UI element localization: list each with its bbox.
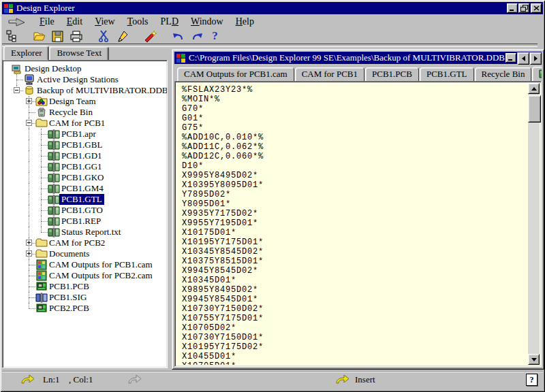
menu-file[interactable]: File	[33, 16, 61, 28]
menu-arrow-icon[interactable]	[7, 17, 27, 27]
expand-icon[interactable]	[26, 250, 32, 257]
tree-item-label: CAM for PCB1	[47, 118, 107, 129]
help-button[interactable]: ?	[206, 29, 224, 44]
desktop-icon	[11, 63, 23, 74]
doc-tab-cam-for-pcb1[interactable]: CAM for PCB1	[295, 67, 364, 81]
text-line: %MOIN*%	[182, 95, 528, 104]
explorer-panel-toggle-button[interactable]	[2, 29, 20, 44]
text-line: X9945Y8545D01*	[182, 295, 528, 304]
cut-button[interactable]	[95, 29, 113, 44]
tree-item-pcb1-gd1[interactable]: PCB1.GD1	[5, 150, 167, 161]
tree-item-pcb1-rep[interactable]: PCB1.REP	[5, 216, 167, 227]
save-document-button[interactable]	[48, 29, 67, 44]
tab-scroll-right-button[interactable]	[530, 52, 542, 65]
menu-tools[interactable]: Tools	[121, 16, 155, 28]
panel-tab-browse-text[interactable]: Browse Text	[49, 46, 109, 60]
text-line: X9995Y8495D02*	[182, 171, 528, 180]
tree-item-pcb1-gbl[interactable]: PCB1.GBL	[5, 140, 167, 150]
tree-item-pcb1-gg1[interactable]: PCB1.GG1	[5, 161, 167, 172]
scroll-down-button[interactable]	[528, 354, 540, 365]
doc-tab-label: CAM for PCB1	[302, 69, 358, 79]
text-line: X9945Y8545D02*	[182, 266, 528, 276]
tree-item-label: PCB2.PCB	[47, 303, 91, 314]
text-editor[interactable]: %FSLAX23Y23*%%MOIN*%G70*G01*G75*%ADD10C,…	[176, 83, 528, 365]
expand-icon[interactable]	[26, 98, 32, 104]
tree-item-status-report-txt[interactable]: Status Report.txt	[5, 227, 167, 238]
doc-tab-pcb1-gtl[interactable]: PCB1.GTL	[420, 67, 474, 81]
doc-minimize-button[interactable]	[505, 53, 516, 63]
edit-pencil-button[interactable]	[113, 29, 131, 44]
collapse-icon[interactable]	[26, 120, 32, 126]
vertical-scrollbar[interactable]	[528, 83, 540, 365]
status-bar: Ln:1 , Col:1 Insert ?	[2, 371, 543, 388]
tree-item-pcb1-apr[interactable]: PCB1.apr	[5, 129, 167, 140]
panel-tab-explorer[interactable]: Explorer	[3, 46, 49, 61]
tree-item-label: PCB1.GD1	[59, 150, 104, 161]
tree-item-label: Status Report.txt	[59, 227, 123, 238]
document-tab-row: CAM Outputs for PCB1.camCAM for PCB1PCB1…	[174, 65, 542, 81]
minimize-button[interactable]	[507, 3, 518, 13]
tree-item-pcb1-gm4[interactable]: PCB1.GM4	[5, 183, 167, 194]
tree-item-label: PCB1.GTL	[59, 194, 104, 205]
menu-pld[interactable]: PLD	[155, 16, 185, 28]
tree-item-design-team[interactable]: Design Team	[5, 96, 167, 107]
text-line: X10755Y7175D01*	[182, 314, 528, 323]
tree-item-cam-for-pcb2[interactable]: CAM for PCB2	[5, 238, 167, 248]
undo-button[interactable]	[169, 29, 187, 44]
camout-icon	[35, 259, 48, 270]
doc-tab-pcb1-gtl-active[interactable]: PCB1.GTL	[532, 67, 542, 81]
menu-help[interactable]: Help	[230, 16, 260, 28]
tree-item-pcb2-pcb[interactable]: PCB2.PCB	[5, 303, 167, 314]
tree-item-design-desktop[interactable]: Design Desktop	[5, 63, 167, 74]
menu-bar: FileEditViewToolsPLDWindowHelp	[2, 15, 543, 28]
tree-item-cam-outputs-for-pcb1-cam[interactable]: CAM Outputs for PCB1.cam	[5, 259, 167, 270]
expand-icon[interactable]	[26, 240, 32, 246]
tree-item-documents[interactable]: Documents	[5, 248, 167, 259]
text-line: Y7895D02*	[182, 190, 528, 199]
camdoc-icon	[48, 172, 60, 183]
tab-scroll-left-button[interactable]	[518, 52, 529, 65]
camdoc-icon	[48, 150, 60, 161]
open-document-button[interactable]	[30, 29, 48, 44]
folder-icon	[35, 238, 48, 248]
edit-pencil-icon	[116, 30, 129, 42]
tree-item-pcb1-sig[interactable]: PCB1.SIG	[5, 292, 167, 303]
text-line: X10705D02*	[182, 323, 528, 333]
restore-button[interactable]	[518, 3, 529, 13]
line-indicator: Ln:1	[43, 374, 60, 385]
tree-item-active-design-stations[interactable]: Active Design Stations	[5, 74, 167, 85]
insert-mode-indicator: Insert	[355, 374, 375, 385]
wizard-wand-button[interactable]	[141, 29, 159, 44]
doc-tab-label: Recycle Bin	[482, 69, 525, 79]
tree-item-pcb1-gtl[interactable]: PCB1.GTL	[5, 194, 167, 205]
close-button[interactable]	[531, 3, 542, 13]
insert-mode-icon[interactable]	[334, 374, 351, 385]
tree-item-label: Active Design Stations	[35, 74, 121, 85]
scroll-up-button[interactable]	[528, 83, 540, 94]
redo-button[interactable]	[187, 29, 206, 44]
menu-window[interactable]: Window	[185, 16, 230, 28]
status-help-button[interactable]: ?	[526, 374, 538, 386]
tree-item-label: PCB1.GBL	[59, 140, 104, 150]
doc-tab-pcb1-pcb[interactable]: PCB1.PCB	[365, 67, 419, 81]
tree-item-recycle-bin[interactable]: Recycle Bin	[5, 107, 167, 118]
print-button[interactable]	[67, 29, 85, 44]
collapse-icon[interactable]	[14, 87, 20, 93]
tree-item-cam-for-pcb1[interactable]: CAM for PCB1	[5, 118, 167, 129]
tree-item-cam-outputs-for-pcb2-cam[interactable]: CAM Outputs for PCB2.cam	[5, 270, 167, 281]
jump2-icon[interactable]	[127, 374, 143, 385]
tree-item-pcb1-gto[interactable]: PCB1.GTO	[5, 205, 167, 216]
print-icon	[69, 31, 83, 42]
menu-edit[interactable]: Edit	[61, 16, 89, 28]
tree-item-pcb1-gko[interactable]: PCB1.GKO	[5, 172, 167, 183]
tree-item-pcb1-pcb[interactable]: PCB1.PCB	[5, 281, 167, 292]
menu-view[interactable]: View	[89, 16, 121, 28]
document-logo-icon	[176, 53, 186, 63]
jump1-icon[interactable]	[20, 374, 36, 385]
doc-tab-recycle-bin[interactable]: Recycle Bin	[475, 67, 532, 81]
text-line: X10345D01*	[182, 276, 528, 285]
doc-tab-cam-outputs-for-pcb1-cam[interactable]: CAM Outputs for PCB1.cam	[177, 67, 294, 81]
tree-item-backup-of-multivibrator-ddb[interactable]: Backup of MULTIVIBRATOR.DDB	[5, 85, 167, 96]
redo-icon	[190, 31, 204, 42]
scrollbar-thumb[interactable]	[528, 95, 541, 122]
